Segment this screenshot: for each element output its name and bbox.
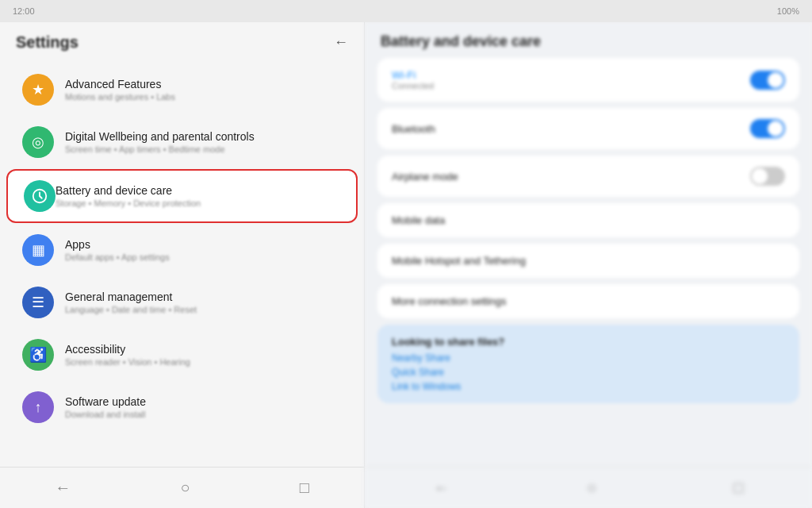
nav-home-icon[interactable]: ○: [180, 479, 190, 497]
battery-device-care-text: Battery and device care Storage • Memory…: [56, 184, 340, 208]
airplane-mode-toggle: [750, 167, 785, 186]
accessibility-icon: ♿: [22, 339, 54, 371]
right-nav-back-icon: ←: [434, 479, 450, 497]
nearby-share-link: Nearby Share: [392, 352, 785, 364]
nav-recent-icon[interactable]: □: [300, 479, 309, 497]
advanced-features-subtitle: Motions and gestures • Labs: [65, 92, 342, 102]
back-icon[interactable]: ←: [334, 34, 348, 51]
software-update-text: Software update Download and install: [65, 395, 342, 419]
sidebar-item-accessibility[interactable]: ♿ Accessibility Screen reader • Vision •…: [6, 329, 358, 380]
right-item-more-settings: More connection settings: [377, 284, 799, 318]
advanced-features-icon: ★: [22, 74, 54, 106]
right-nav-home-icon: ○: [587, 479, 596, 497]
battery-device-care-icon: [24, 180, 56, 212]
right-nav-recent-icon: □: [733, 479, 743, 497]
apps-subtitle: Default apps • App settings: [65, 252, 342, 262]
airplane-mode-text: Airplane mode: [392, 171, 750, 183]
digital-wellbeing-icon: ◎: [22, 126, 54, 158]
wifi-title: Wi-Fi: [392, 69, 750, 81]
accessibility-text: Accessibility Screen reader • Vision • H…: [65, 343, 342, 367]
right-item-airplane-mode: Airplane mode: [377, 156, 799, 197]
airplane-mode-title: Airplane mode: [392, 171, 750, 183]
sidebar-item-digital-wellbeing[interactable]: ◎ Digital Wellbeing and parental control…: [6, 117, 358, 167]
settings-list-panel: Settings ← ★ Advanced Features Motions a…: [0, 22, 365, 508]
right-item-wifi: Wi-Fi Connected: [377, 58, 799, 102]
mobile-data-title: Mobile data: [392, 214, 785, 226]
advanced-features-title: Advanced Features: [65, 78, 342, 90]
status-time: 12:00: [13, 6, 35, 16]
right-detail-panel: Battery and device care Wi-Fi Connected …: [365, 22, 812, 508]
bluetooth-title: Bluetooth: [392, 123, 750, 135]
sidebar-item-general-management[interactable]: ☰ General management Language • Date and…: [6, 277, 358, 328]
sidebar-item-battery-device-care[interactable]: Battery and device care Storage • Memory…: [6, 169, 358, 223]
general-management-subtitle: Language • Date and time • Reset: [65, 305, 342, 314]
wifi-subtitle: Connected: [392, 81, 750, 90]
more-settings-title: More connection settings: [392, 295, 785, 307]
sidebar-item-advanced-features[interactable]: ★ Advanced Features Motions and gestures…: [6, 64, 358, 115]
quick-share-link: Quick Share: [392, 367, 785, 378]
software-update-subtitle: Download and install: [65, 410, 342, 419]
right-item-mobile-hotspot: Mobile Hotspot and Tethering: [377, 244, 799, 278]
digital-wellbeing-title: Digital Wellbeing and parental controls: [65, 130, 342, 143]
advanced-features-text: Advanced Features Motions and gestures •…: [65, 78, 342, 102]
mobile-hotspot-title: Mobile Hotspot and Tethering: [392, 255, 785, 267]
right-item-bluetooth: Bluetooth: [377, 108, 799, 149]
apps-icon: ▦: [22, 234, 54, 266]
wifi-toggle: [750, 71, 785, 90]
bluetooth-toggle: [750, 119, 785, 138]
software-update-title: Software update: [65, 395, 342, 408]
wifi-text: Wi-Fi Connected: [392, 69, 750, 90]
nav-back-icon[interactable]: ←: [55, 479, 71, 497]
nearby-sharing-title: Looking to share files?: [392, 336, 785, 348]
accessibility-subtitle: Screen reader • Vision • Hearing: [65, 357, 342, 367]
accessibility-title: Accessibility: [65, 343, 342, 356]
settings-title: Settings: [16, 33, 79, 52]
apps-text: Apps Default apps • App settings: [65, 238, 342, 262]
bluetooth-text: Bluetooth: [392, 123, 750, 135]
right-panel-title: Battery and device care: [365, 22, 812, 58]
general-management-text: General management Language • Date and t…: [65, 291, 342, 314]
right-item-nearby-sharing: Looking to share files? Nearby Share Qui…: [377, 325, 799, 403]
digital-wellbeing-subtitle: Screen time • App timers • Bedtime mode: [65, 144, 342, 154]
general-management-title: General management: [65, 291, 342, 303]
right-panel-content: Wi-Fi Connected Bluetooth Airplane mode: [365, 58, 812, 467]
left-bottom-nav: ← ○ □: [0, 467, 364, 508]
apps-title: Apps: [65, 238, 342, 251]
sidebar-item-apps[interactable]: ▦ Apps Default apps • App settings: [6, 225, 358, 275]
settings-items-list: ★ Advanced Features Motions and gestures…: [0, 60, 364, 467]
general-management-icon: ☰: [22, 287, 54, 318]
software-update-icon: ↑: [22, 391, 54, 423]
battery-device-care-title: Battery and device care: [56, 184, 340, 197]
link-to-windows-link: Link to Windows: [392, 381, 785, 392]
status-battery: 100%: [777, 6, 799, 16]
left-header: Settings ←: [0, 22, 364, 60]
right-bottom-nav: ← ○ □: [365, 467, 812, 508]
battery-device-care-subtitle: Storage • Memory • Device protection: [56, 198, 340, 208]
digital-wellbeing-text: Digital Wellbeing and parental controls …: [65, 130, 342, 154]
sidebar-item-software-update[interactable]: ↑ Software update Download and install: [6, 382, 358, 433]
right-item-mobile-data: Mobile data: [377, 203, 799, 237]
